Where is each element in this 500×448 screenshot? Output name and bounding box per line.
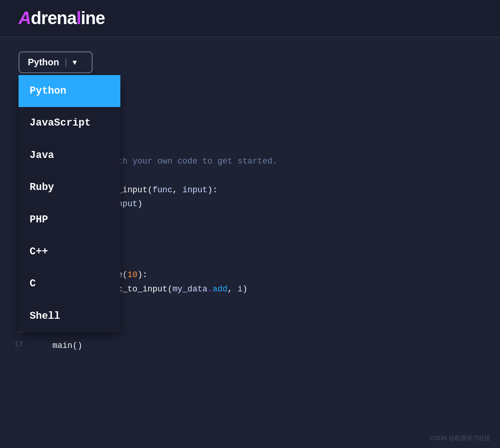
main-area: Python | ▾ Python JavaScript Java Ruby P… (0, 38, 500, 448)
dropdown-item-c[interactable]: C (19, 268, 120, 300)
dropdown-item-shell[interactable]: Shell (19, 300, 120, 332)
language-dropdown-menu: Python JavaScript Java Ruby PHP C++ C Sh… (19, 75, 120, 332)
watermark: CSDN @机器学习社区 (430, 434, 491, 442)
logo-text-end: ine (81, 8, 105, 28)
language-selector-container: Python | ▾ Python JavaScript Java Ruby P… (19, 51, 93, 73)
dropdown-item-javascript[interactable]: JavaScript (19, 107, 120, 139)
dropdown-item-java[interactable]: Java (19, 139, 120, 171)
dropdown-item-ruby[interactable]: Ruby (19, 171, 120, 203)
separator: | (65, 57, 67, 68)
chevron-down-icon: ▾ (73, 58, 76, 67)
logo-letter-i: l (76, 8, 81, 28)
logo-text: drena (31, 8, 76, 28)
dropdown-item-cpp[interactable]: C++ (19, 236, 120, 268)
code-editor: Python | ▾ Python JavaScript Java Ruby P… (0, 38, 500, 448)
header: Adrenaline (0, 0, 500, 38)
logo-letter-a: A (19, 8, 31, 28)
app-logo: Adrenaline (19, 8, 481, 28)
dropdown-item-php[interactable]: PHP (19, 204, 120, 236)
dropdown-item-python[interactable]: Python (19, 75, 120, 107)
language-select-button[interactable]: Python | ▾ (19, 51, 93, 73)
selected-language-label: Python (28, 57, 59, 68)
code-line-17: 17 main() (14, 339, 486, 353)
